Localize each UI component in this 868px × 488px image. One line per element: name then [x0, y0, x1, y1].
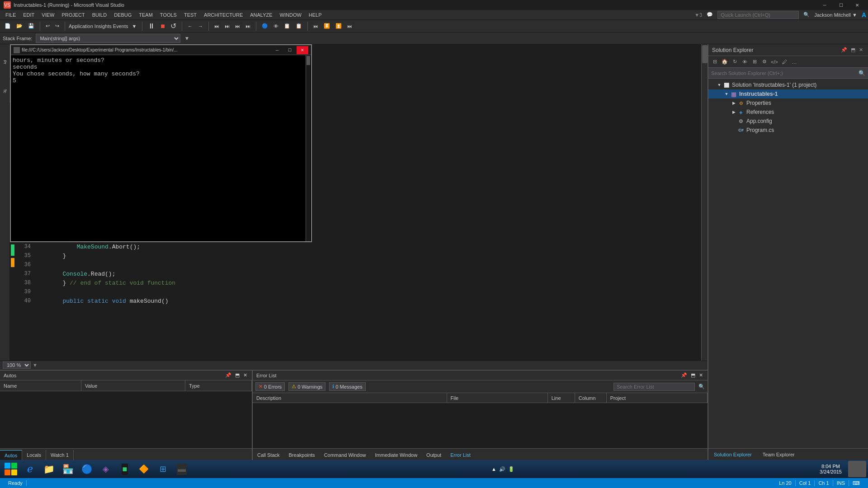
error-undock[interactable]: ⬒ [690, 372, 696, 378]
editor-area[interactable]: file:///C:/Users/Jackson/Desktop/Experim… [10, 44, 708, 361]
solution-arrow[interactable]: ▼ [716, 83, 723, 87]
se-tb-show-all[interactable]: 👁 [740, 57, 749, 66]
tb-stepover[interactable]: ⏭ [311, 23, 320, 30]
console-scroll-thumb[interactable] [307, 56, 310, 65]
tb-stepout[interactable]: ⏫ [334, 22, 344, 30]
menu-analyze[interactable]: ANALYZE [246, 11, 276, 19]
console-minimize[interactable]: ─ [271, 46, 283, 54]
tb-watch[interactable]: 👁 [272, 23, 280, 30]
pause-btn[interactable]: ⏸ [146, 21, 157, 31]
sidebar-server-explorer[interactable]: Pr [0, 46, 10, 78]
project-arrow[interactable]: ▼ [723, 92, 730, 96]
start-button[interactable] [2, 461, 20, 477]
tab-autos[interactable]: Autos [0, 450, 22, 460]
tab-locals[interactable]: Locals [22, 450, 46, 460]
etab-immediate[interactable]: Immediate Window [371, 450, 422, 460]
tb-undo[interactable]: ↩ [44, 22, 52, 30]
menu-tools[interactable]: TOOLS [156, 11, 180, 19]
menu-file[interactable]: FILE [2, 11, 19, 19]
se-tb-props[interactable]: ⚙ [760, 57, 769, 66]
menu-test[interactable]: TEST [180, 11, 200, 19]
err-col-column[interactable]: Column [575, 393, 607, 403]
taskbar-clock[interactable]: 8:04 PM 3/24/2015 [815, 464, 846, 474]
error-close-btn[interactable]: ✕ [698, 372, 704, 378]
tree-project[interactable]: ▼ ▦ Instructables-1 [708, 89, 868, 99]
console-scrollbar[interactable] [306, 55, 310, 241]
menu-architecture[interactable]: ARCHITECTURE [200, 11, 246, 19]
stop-btn[interactable]: ■ [159, 21, 167, 31]
col-value[interactable]: Value [81, 380, 185, 391]
restart-btn[interactable]: ↺ [169, 21, 178, 31]
se-close[interactable]: ✕ [858, 47, 864, 53]
tb-stepinto[interactable]: ⏬ [322, 22, 332, 30]
tb-new[interactable]: 📄 [3, 22, 13, 30]
tb-back[interactable]: ← [186, 23, 194, 30]
show-desktop-button[interactable] [848, 461, 866, 477]
tree-solution[interactable]: ▼ ⬜ Solution 'Instructables-1' (1 projec… [708, 80, 868, 89]
console-window[interactable]: file:///C:/Users/Jackson/Desktop/Experim… [10, 44, 312, 242]
se-pin[interactable]: 📌 [840, 47, 849, 53]
se-search-input[interactable] [711, 70, 859, 76]
tb-open[interactable]: 📂 [14, 22, 24, 30]
menu-view[interactable]: VIEW [38, 11, 58, 19]
etab-errorlist[interactable]: Error List [446, 450, 475, 460]
etab-callstack[interactable]: Call Stack [253, 450, 284, 460]
tree-programcs[interactable]: C# Program.cs [708, 126, 868, 135]
se-tb-designer[interactable]: 🖊 [780, 57, 789, 66]
taskbar-green-app[interactable]: ■ [116, 461, 134, 477]
editor-scroll-thumb[interactable] [702, 45, 708, 63]
menu-edit[interactable]: EDIT [19, 11, 38, 19]
etab-breakpoints[interactable]: Breakpoints [284, 450, 320, 460]
tb-misc1[interactable]: ⏭ [212, 23, 221, 30]
tb-misc3[interactable]: ⏭ [233, 23, 242, 30]
filter-btn-messages[interactable]: ℹ 0 Messages [329, 382, 365, 391]
filter-btn-warnings[interactable]: ⚠ 0 Warnings [288, 382, 326, 391]
maximize-button[interactable]: ☐ [834, 0, 848, 10]
menu-build[interactable]: BUILD [89, 11, 110, 19]
zoom-dropdown[interactable]: ▼ [33, 362, 38, 368]
se-undock[interactable]: ⬒ [849, 47, 857, 53]
se-tb-code[interactable]: </> [770, 57, 779, 66]
tree-appconfig[interactable]: ⚙ App.config [708, 117, 868, 126]
err-col-file[interactable]: File [447, 393, 548, 403]
taskbar-monitor-app[interactable]: ▬ [173, 461, 191, 477]
tb-save[interactable]: 💾 [26, 22, 36, 30]
etab-cmdwindow[interactable]: Command Window [320, 450, 371, 460]
taskbar-store[interactable]: 🏪 [59, 461, 77, 477]
err-col-line[interactable]: Line [548, 393, 575, 403]
code-editor[interactable]: 34 MakeSound.Abort(); 35 } 36 [10, 242, 708, 361]
se-tb-collapse[interactable]: ⊟ [710, 57, 719, 66]
col-name[interactable]: Name [0, 380, 81, 391]
console-close[interactable]: ✕ [297, 46, 308, 54]
filter-btn-errors[interactable]: ✕ 0 Errors [255, 382, 285, 391]
sidebar-toolbox[interactable]: Tc [0, 80, 10, 102]
props-arrow[interactable]: ▶ [730, 101, 737, 105]
error-search-input[interactable] [613, 383, 695, 391]
tree-references[interactable]: ▶ ◈ References [708, 108, 868, 117]
tb-redo[interactable]: ↪ [53, 22, 61, 30]
etab-output[interactable]: Output [422, 450, 446, 460]
se-tb-home[interactable]: 🏠 [720, 57, 729, 66]
menu-debug[interactable]: DEBUG [110, 11, 135, 19]
autos-undock[interactable]: ⬒ [234, 372, 241, 378]
stack-frame-dropdown[interactable]: ▼ [184, 35, 189, 42]
editor-scrollbar[interactable] [701, 44, 708, 361]
menu-window[interactable]: WINDOW [276, 11, 305, 19]
tb-misc4[interactable]: ⏭ [244, 23, 252, 30]
menu-project[interactable]: PROJECT [58, 11, 88, 19]
taskbar-vs-purple[interactable]: ◈ [97, 461, 115, 477]
taskbar-orange-app[interactable]: 🔶 [135, 461, 153, 477]
taskbar-chrome[interactable]: 🔵 [78, 461, 96, 477]
autos-close-btn[interactable]: ✕ [242, 372, 248, 378]
tree-properties[interactable]: ▶ ⚙ Properties [708, 99, 868, 108]
se-tb-refresh[interactable]: ↻ [730, 57, 739, 66]
taskbar-grid-app[interactable]: ⊞ [154, 461, 172, 477]
menu-help[interactable]: HELP [305, 11, 326, 19]
console-maximize[interactable]: ☐ [284, 46, 296, 54]
tb-show1[interactable]: 📋 [282, 22, 292, 30]
close-button[interactable]: ✕ [850, 0, 864, 10]
tb-stepmore[interactable]: ⏭ [345, 23, 354, 30]
taskbar-folder[interactable]: 📁 [40, 461, 58, 477]
se-tb-more[interactable]: … [790, 57, 799, 66]
se-tab-team[interactable]: Team Explorer [757, 450, 800, 459]
